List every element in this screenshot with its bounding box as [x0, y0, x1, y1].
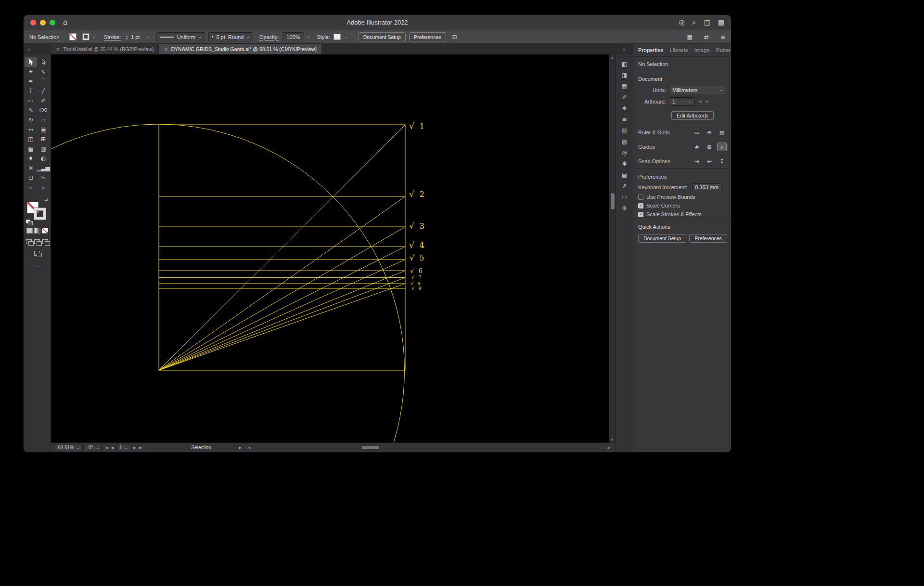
mesh-tool[interactable]: ▦ [25, 144, 37, 154]
units-select[interactable]: Millimeters [669, 86, 726, 94]
panels-icon[interactable]: ▤ [718, 18, 724, 26]
scroll-up-icon[interactable]: ▲ [609, 56, 616, 59]
preferences-button[interactable]: Preferences [689, 234, 727, 243]
checkbox-checked-icon[interactable]: ✓ [638, 203, 643, 208]
line-segment-tool[interactable]: ╱ [37, 86, 50, 96]
checkbox-checked-icon[interactable]: ✓ [638, 212, 643, 217]
search-icon[interactable]: ⌕ [693, 18, 696, 26]
chevron-down-icon[interactable] [92, 35, 96, 39]
arrange-documents-icon[interactable]: ◫ [704, 18, 710, 26]
symbols-panel-icon[interactable]: ❖ [619, 103, 630, 114]
zoom-tool[interactable]: ⌕ [37, 182, 50, 192]
next-artboard-icon[interactable]: ▶ [133, 446, 136, 450]
horizontal-scroll-track[interactable] [252, 445, 606, 450]
symbol-sprayer-tool[interactable]: ※ [25, 163, 37, 173]
pen-tool[interactable]: ✒ [25, 77, 37, 86]
edit-artboards-button[interactable]: Edit Artboards [671, 111, 714, 120]
draw-behind-icon[interactable] [34, 239, 40, 244]
chevron-down-icon[interactable] [146, 35, 149, 39]
rectangle-tool[interactable]: ▭ [25, 96, 37, 105]
column-graph-tool[interactable]: ▁▃▅ [37, 163, 50, 173]
minimize-window-button[interactable] [40, 20, 46, 26]
account-icon[interactable]: ◎ [679, 18, 684, 26]
checkbox-scale-strokes-effects[interactable]: ✓Scale Strokes & Effects [633, 210, 731, 219]
pencil-tool[interactable]: ✎ [25, 105, 37, 115]
draw-inside-icon[interactable] [42, 239, 48, 244]
transparency-panel-icon[interactable]: ▨ [619, 136, 630, 147]
keyboard-increment-input[interactable]: 0.353 mm [692, 183, 721, 191]
gradient-tool[interactable]: ▥ [37, 144, 50, 154]
none-button[interactable] [42, 228, 48, 234]
checkbox-unchecked-icon[interactable] [638, 195, 643, 200]
tab-pattern[interactable]: Pattern [716, 47, 731, 53]
canvas[interactable]: √ 1√ 2√ 3√ 4√ 5√ 6√ 7√ 8√ 9 [51, 54, 609, 443]
close-tab-icon[interactable]: × [164, 46, 168, 52]
horizontal-scroll-thumb[interactable] [362, 446, 379, 449]
swatches-panel-icon[interactable]: ▦ [619, 80, 630, 91]
show-guides-icon[interactable]: # [693, 143, 701, 151]
scroll-right-icon[interactable]: ▶ [606, 446, 612, 450]
lock-guides-icon[interactable]: ⊠ [705, 143, 714, 151]
brushes-panel-icon[interactable]: ✐ [619, 91, 630, 103]
layers-panel-icon[interactable]: ▤ [619, 169, 630, 180]
edit-toolbar-icon[interactable]: ⋯ [34, 263, 40, 270]
selection-tool[interactable] [25, 57, 37, 67]
tab-image[interactable]: Image [694, 47, 710, 53]
scroll-left-icon[interactable]: ◀ [246, 446, 252, 450]
checkbox-scale-corners[interactable]: ✓Scale Corners [633, 201, 731, 210]
vertical-scroll-thumb[interactable] [611, 193, 615, 209]
document-tab-toolsused[interactable]: × ToolsUsed.ai @ 25.44 % (RGB/Preview) [51, 44, 159, 54]
horizontal-scrollbar[interactable]: ◀ ▶ [246, 445, 612, 450]
close-tab-icon[interactable]: × [56, 46, 60, 52]
brush-definition-select[interactable]: • 5 pt. Round [208, 32, 253, 41]
arrange-documents-icon[interactable]: ▦ [687, 34, 693, 40]
slice-tool[interactable]: ✂ [37, 173, 50, 182]
rotation-select[interactable]: 0° [86, 444, 102, 451]
snap-to-point-icon[interactable]: ↧ [718, 157, 726, 165]
stroke-weight-label[interactable]: Stroke: [104, 34, 121, 40]
toolbar-collapse-icon[interactable]: « [24, 44, 51, 54]
gradient-button[interactable] [34, 228, 40, 234]
checkbox-use-preview-bounds[interactable]: Use Preview Bounds [633, 193, 731, 201]
stroke-weight-stepper[interactable] [126, 35, 128, 39]
show-grid-icon[interactable]: ⊞ [705, 129, 714, 136]
paintbrush-tool[interactable]: ✐ [37, 96, 50, 105]
zoom-level-select[interactable]: 68.51% [55, 444, 83, 451]
hand-tool[interactable]: ☞ [25, 182, 37, 192]
scale-tool[interactable]: ▱ [37, 115, 50, 125]
color-guide-panel-icon[interactable]: ◨ [619, 69, 630, 80]
opacity-expand-icon[interactable]: › [308, 34, 309, 39]
snap-to-grid-icon[interactable]: ⇥ [693, 157, 701, 165]
magic-wand-tool[interactable]: ✦ [25, 67, 37, 77]
first-artboard-icon[interactable]: |◀ [104, 446, 108, 450]
document-tab-dynamic-grids[interactable]: × DYNAMIC GRIDS_Studio Ganta.ai* @ 68.51… [159, 44, 322, 54]
previous-artboard-icon[interactable]: ◀ [698, 100, 702, 104]
swap-fill-stroke-icon[interactable]: ⇄ [44, 197, 48, 202]
variable-width-profile-select[interactable]: Uniform [156, 32, 205, 41]
perspective-grid-tool[interactable]: ⊞ [37, 134, 50, 144]
graphic-styles-panel-icon[interactable]: ✱ [619, 158, 630, 169]
color-panel-icon[interactable]: ◧ [619, 58, 630, 69]
curvature-tool[interactable]: ⌒ [37, 77, 50, 86]
fill-color-swatch[interactable] [69, 33, 77, 40]
asset-export-panel-icon[interactable]: ⇗ [619, 180, 630, 191]
snap-to-pixel-icon[interactable]: ⇤ [705, 157, 714, 165]
eyedropper-tool[interactable]: ♦ [25, 154, 37, 163]
vertical-scrollbar[interactable]: ▲ ▼ [609, 54, 616, 443]
preferences-button[interactable]: Preferences [409, 32, 446, 41]
opacity-input[interactable]: 100% [282, 32, 304, 41]
last-artboard-icon[interactable]: ▶| [139, 446, 143, 450]
stroke-panel-icon[interactable]: ≡ [619, 114, 630, 125]
artboard-select[interactable]: 1 [669, 97, 695, 106]
document-setup-button[interactable]: Document Setup [359, 32, 406, 41]
scroll-down-icon[interactable]: ▼ [609, 438, 616, 441]
show-rulers-icon[interactable]: ▭ [693, 129, 701, 136]
gradient-panel-icon[interactable]: ▥ [619, 125, 630, 136]
tab-properties[interactable]: Properties [638, 47, 663, 53]
eraser-tool[interactable]: ⌫ [37, 105, 50, 115]
artboard-navigation-select[interactable]: 1 [116, 444, 130, 451]
style-swatch[interactable] [334, 34, 341, 40]
hamburger-menu-icon[interactable]: ≡ [720, 34, 725, 40]
draw-normal-icon[interactable] [26, 239, 32, 244]
comments-panel-icon[interactable]: ⊛ [619, 202, 630, 213]
